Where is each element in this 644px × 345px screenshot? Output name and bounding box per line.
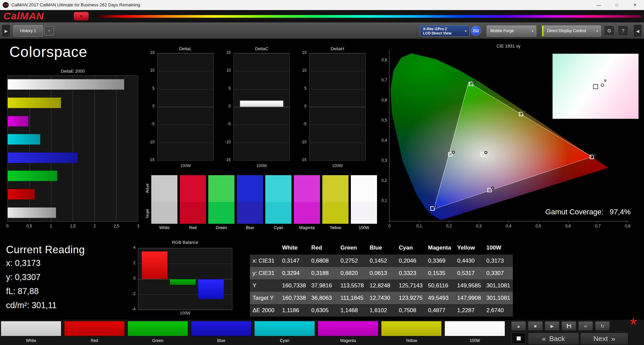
table-cell: 12,8248 [367, 279, 396, 292]
rainbow-gradient-bar [98, 15, 641, 18]
delta-ytick-label: -15 [296, 157, 307, 162]
table-cell: 0,3294 [279, 267, 309, 279]
cie-xtick [568, 221, 569, 223]
minimize-button[interactable]: — [590, 0, 608, 10]
delta-chart-title-deltal: DeltaL [157, 46, 214, 51]
display-control-dropdown[interactable]: Direct Display Control ▼ [543, 25, 601, 37]
patch-color [318, 321, 378, 336]
meter-select-dropdown[interactable]: X-Rite i1Pro 2 LCD Direct View ▼ [420, 25, 470, 37]
cie-actual-magenta [491, 187, 494, 190]
rgb-plot-area [138, 248, 232, 310]
table-header-cyan: Cyan [396, 241, 425, 255]
cie-xtick-label: 0,3 [476, 224, 482, 228]
cie-xtick [389, 221, 390, 223]
help-button[interactable]: ? [618, 25, 628, 36]
patch-color [1, 321, 61, 336]
pattern-patch-white[interactable]: White [1, 321, 61, 343]
delta-gridline [310, 107, 365, 107]
deltae-bar-blue [7, 152, 77, 163]
app-icon: CM [3, 2, 9, 8]
pattern-patch-cyan[interactable]: Cyan [254, 321, 315, 343]
table-cell: 160,7338 [279, 292, 309, 304]
cie-xtick-label: 0,8 [625, 224, 631, 228]
pattern-patch-blue[interactable]: Blue [191, 321, 252, 343]
loop-button[interactable]: ∞ [578, 321, 593, 331]
patch-color [381, 321, 442, 336]
table-cell: 1,1186 [279, 304, 309, 317]
table-row-label: ΔE 2000 [250, 304, 279, 317]
deltae-x-axis: 00,511,522,53 [7, 224, 138, 229]
swatch-actual-yellow [322, 175, 348, 202]
page-title: Colorspace [9, 44, 88, 60]
expand-left-panel-button[interactable]: ▶ [2, 24, 10, 37]
patch-label: 100W [444, 338, 505, 343]
meter-status-badge: 212 [471, 26, 481, 36]
cie-ytick-label: 0,3 [376, 158, 387, 163]
refresh-button[interactable]: ↻ [595, 321, 610, 331]
next-button[interactable]: Next » [580, 333, 628, 345]
table-row-label: Y [250, 279, 279, 292]
cie-xtick-label: 0,6 [565, 224, 571, 228]
swatch-label: Blue [237, 225, 263, 230]
delta-ytick-label: -15 [220, 157, 231, 162]
reading-fl: fL: 87,88 [6, 284, 85, 298]
cie-xtick [508, 221, 509, 223]
pattern-patch-yellow[interactable]: Yellow [381, 321, 442, 343]
pattern-patch-red[interactable]: Red [64, 321, 125, 343]
patch-color [444, 321, 505, 336]
table-cell: 37,9816 [309, 279, 338, 292]
pattern-patch-magenta[interactable]: Magenta [318, 321, 378, 343]
back-chevron-icon: « [542, 335, 546, 343]
eject-button[interactable]: ▲ [511, 321, 526, 331]
whitepoint-target-marker [593, 84, 598, 89]
save-icon [567, 324, 571, 328]
pattern-patch-green[interactable]: Green [127, 321, 188, 343]
deltae-bar-green [7, 170, 57, 181]
table-cell: 0,4877 [425, 304, 454, 317]
pattern-source-dropdown[interactable]: Mobile Forge ▼ [487, 25, 536, 37]
swatch-columns: WhiteRedGreenBlueCyanMagentaYellow100W [151, 175, 377, 230]
delta-gridline [234, 160, 289, 161]
swatch-actual-magenta [294, 175, 320, 202]
cie-ytick-label: 0,5 [376, 118, 387, 123]
back-button[interactable]: « Back [528, 333, 579, 345]
stop-button[interactable]: ■ [528, 321, 543, 331]
table-row-label: Target Y [250, 292, 279, 304]
table-cell: 160,7338 [279, 279, 309, 292]
delta-gridline [234, 143, 289, 143]
table-cell: 147,9908 [454, 292, 484, 304]
table-cell: 49,5493 [425, 292, 454, 304]
close-button[interactable]: × [626, 0, 644, 10]
maximize-button[interactable]: □ [608, 0, 626, 10]
delta-gridline [310, 160, 365, 161]
settings-gear-button[interactable]: ⚙ [604, 25, 614, 36]
table-cell: 0,3188 [309, 267, 338, 279]
rgb-bar-green [170, 279, 196, 285]
table-cell: 0,7508 [396, 304, 425, 317]
swatch-column-cyan: Cyan [265, 175, 291, 230]
swatch-column-red: Red [180, 175, 206, 230]
logo-dropdown-button[interactable]: ▼ [74, 12, 89, 20]
meter-line2: LCD Direct View [423, 31, 469, 36]
delta-gridline [158, 53, 213, 54]
pattern-window-button[interactable] [511, 333, 526, 344]
delta-ytick-label: 10 [144, 68, 155, 73]
current-reading-title: Current Reading [6, 244, 85, 256]
tab-history-1[interactable]: History 1 [13, 25, 43, 37]
play-button[interactable]: ▶ [545, 321, 559, 331]
table-header-red: Red [309, 241, 338, 255]
table-header-white: White [279, 241, 309, 255]
collapse-right-panel-button[interactable]: ◀ [633, 24, 642, 37]
patch-color [64, 321, 125, 336]
deltae-xtick-label: 0 [6, 224, 9, 228]
table-cell: 111,1845 [338, 292, 367, 304]
pattern-patch-100w[interactable]: 100W [444, 321, 505, 343]
save-button[interactable] [561, 321, 576, 331]
gamut-coverage-value: 97,4% [610, 208, 631, 216]
delta-gridline [310, 71, 365, 71]
delta-ytick-label: -10 [220, 140, 231, 144]
patch-color [127, 321, 188, 336]
delta-ytick-label: 15 [144, 50, 155, 55]
delta-ytick-label: 5 [296, 86, 307, 91]
add-tab-button[interactable]: + [44, 26, 54, 36]
